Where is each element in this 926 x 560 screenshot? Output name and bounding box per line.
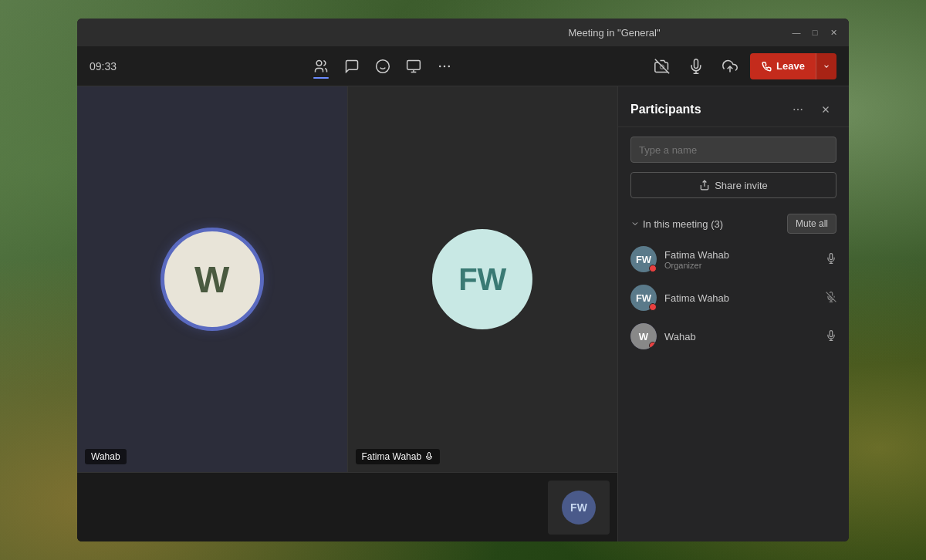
participant-item-2[interactable]: W Wahab: [618, 317, 849, 356]
leave-button[interactable]: Leave: [750, 53, 816, 79]
camera-button[interactable]: [648, 52, 676, 80]
video-label-right: Fatima Wahab: [356, 449, 441, 464]
sidebar-more-button[interactable]: [787, 99, 809, 120]
mute-all-button[interactable]: Mute all: [787, 214, 836, 234]
mic-icon-2: [826, 330, 836, 343]
svg-point-14: [797, 109, 799, 110]
participant-avatar-0: FW: [630, 246, 657, 272]
thumbnail-strip: FW: [77, 472, 617, 541]
share-link-icon: [699, 180, 710, 191]
screen-share-button[interactable]: [400, 52, 428, 80]
video-cell-right: FW Fatima Wahab: [348, 86, 618, 472]
upload-icon: [722, 59, 738, 74]
sidebar-header: Participants: [618, 86, 849, 127]
phone-icon: [761, 61, 772, 72]
mic-icon: [688, 59, 704, 74]
share-invite-button[interactable]: Share invite: [630, 172, 836, 198]
participant-info-2: Wahab: [664, 331, 818, 342]
section-label: In this meeting (3): [630, 218, 723, 230]
video-cell-left: W Wahab: [77, 86, 348, 472]
window-title: Meeting in "General": [438, 27, 790, 39]
participant-name-2: Wahab: [664, 331, 818, 342]
leave-chevron-button[interactable]: [816, 53, 836, 79]
reactions-button[interactable]: [369, 52, 397, 80]
svg-point-6: [443, 65, 445, 67]
participants-toggle-button[interactable]: [307, 52, 335, 80]
svg-line-8: [655, 59, 669, 73]
participants-sidebar: Participants: [617, 86, 849, 541]
status-dot-0: [649, 265, 657, 272]
titlebar: Meeting in "General" — □ ✕: [77, 19, 849, 46]
participant-name-1: Fatima Wahab: [664, 292, 818, 304]
chat-button[interactable]: [338, 52, 366, 80]
leave-group: Leave: [750, 53, 836, 79]
screen-share-icon: [406, 59, 421, 74]
participant-item-1[interactable]: FW Fatima Wahab: [618, 278, 849, 317]
section-header: In this meeting (3) Mute all: [618, 207, 849, 240]
svg-rect-4: [407, 60, 420, 69]
thumbnail-fw[interactable]: FW: [548, 481, 610, 535]
mic-active-icon: [826, 253, 836, 264]
mic-icon-1: [826, 292, 836, 305]
participants-section: In this meeting (3) Mute all FW Fatima W…: [618, 207, 849, 541]
close-icon: [820, 104, 831, 115]
avatar-w: W: [162, 229, 262, 329]
participant-search-input[interactable]: [630, 137, 836, 163]
search-container: [618, 127, 849, 172]
status-dot-1: [649, 303, 657, 311]
svg-point-13: [793, 109, 795, 110]
camera-off-icon: [654, 59, 670, 74]
more-icon: [437, 59, 452, 74]
mic-active-icon-2: [826, 330, 836, 341]
sidebar-header-actions: [787, 99, 836, 120]
participant-name-0: Fatima Wahab: [664, 249, 818, 261]
participant-avatar-2: W: [630, 323, 657, 349]
participant-role-0: Organizer: [664, 261, 818, 270]
chat-icon: [344, 59, 360, 74]
video-mic-icon: [424, 452, 434, 461]
emoji-icon: [375, 59, 390, 74]
sidebar-close-button[interactable]: [815, 99, 836, 120]
toolbar-right-controls: Leave: [648, 52, 836, 80]
avatar-fw: FW: [432, 229, 532, 329]
more-options-button[interactable]: [431, 52, 458, 80]
main-toolbar: 09:33: [77, 46, 849, 86]
main-window: Meeting in "General" — □ ✕ 09:33: [77, 19, 849, 541]
people-icon: [313, 59, 329, 74]
video-label-left: Wahab: [85, 449, 127, 464]
participant-item-0[interactable]: FW Fatima Wahab Organizer: [618, 240, 849, 278]
content-area: W Wahab FW Fatima Wahab: [77, 86, 849, 541]
mic-button[interactable]: [682, 52, 710, 80]
chevron-down-icon: [823, 62, 830, 70]
maximize-button[interactable]: □: [809, 26, 821, 39]
video-area: W Wahab FW Fatima Wahab: [77, 86, 617, 541]
toolbar-center-icons: [307, 52, 458, 80]
mic-muted-icon: [826, 292, 836, 302]
svg-point-5: [438, 65, 441, 67]
svg-point-1: [376, 59, 389, 73]
share-button[interactable]: [716, 52, 744, 80]
sidebar-more-icon: [792, 103, 804, 116]
status-dot-2: [649, 342, 657, 349]
thumbnail-avatar: FW: [562, 491, 596, 525]
minimize-button[interactable]: —: [790, 26, 803, 39]
participant-info-1: Fatima Wahab: [664, 292, 818, 304]
meeting-time: 09:33: [90, 60, 117, 73]
video-grid: W Wahab FW Fatima Wahab: [77, 86, 617, 472]
svg-point-15: [801, 109, 803, 110]
close-window-button[interactable]: ✕: [827, 26, 840, 39]
sidebar-title: Participants: [630, 103, 701, 116]
svg-point-0: [316, 60, 322, 66]
svg-point-7: [448, 65, 450, 67]
chevron-down-section-icon: [630, 219, 640, 228]
window-controls: — □ ✕: [790, 26, 840, 39]
participant-avatar-1: FW: [630, 285, 657, 311]
mic-icon-0: [826, 253, 836, 266]
participant-info-0: Fatima Wahab Organizer: [664, 249, 818, 270]
